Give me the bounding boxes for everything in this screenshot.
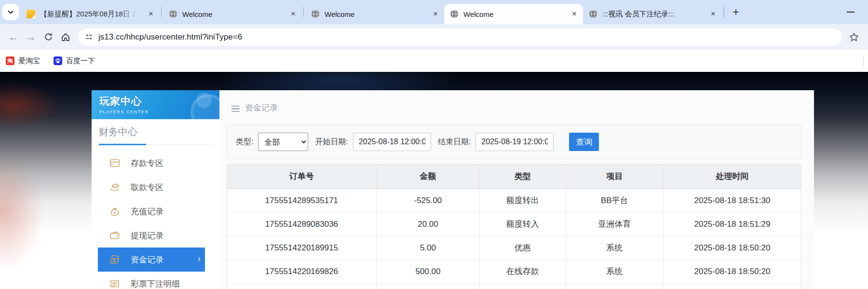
sidebar-item-label: 资金记录: [131, 254, 163, 265]
type-select[interactable]: 全部: [258, 133, 308, 151]
cell-time: 2025-08-18 18:51:30: [663, 189, 801, 212]
tab-welcome-2[interactable]: Welcome ×: [305, 4, 444, 24]
column-header-project: 项目: [566, 165, 663, 189]
close-icon[interactable]: ×: [707, 8, 719, 20]
table-row-partial: [227, 283, 801, 289]
chevron-right-icon: ›: [198, 254, 201, 264]
end-date-label: 结束日期:: [438, 137, 471, 147]
main-panel: 资金记录 类型: 全部 开始日期: 结束日期: 查询: [219, 90, 814, 289]
site-settings-icon: [85, 33, 93, 41]
tab-search-button[interactable]: [2, 4, 19, 20]
cell-amount: 5.00: [376, 236, 479, 260]
close-icon[interactable]: ×: [145, 8, 157, 20]
main-header: 资金记录: [219, 90, 814, 117]
sidebar-item-recharge-records[interactable]: ¥ 充值记录: [98, 199, 205, 223]
tab-title: :::视讯 会员下注纪录:::: [602, 10, 703, 19]
table-row: 1755514220169826 500.00 在线存款 系统 2025-08-…: [227, 260, 801, 283]
bookmark-label: 爱淘宝: [18, 56, 40, 66]
tab-video-bet-records[interactable]: :::视讯 会员下注纪录::: ×: [583, 4, 722, 24]
close-icon[interactable]: ×: [287, 8, 299, 20]
bookmark-label: 百度一下: [66, 56, 95, 66]
tab-divider: [723, 7, 724, 17]
sidebar-item-withdraw-zone[interactable]: 取款专区: [98, 175, 205, 199]
sidebar-item-withdrawal-records[interactable]: 提现记录: [98, 223, 205, 248]
column-header-type: 类型: [480, 165, 566, 189]
table-row: 1755514289535171 -525.00 额度转出 BB平台 2025-…: [227, 189, 801, 212]
address-toolbar: ← → js13.cc/hhcp/usercenter.html?iniType…: [0, 24, 868, 50]
moneybag-icon: ¥: [109, 206, 120, 217]
withdraw-hand-icon: [109, 182, 120, 193]
globe-favicon-icon: [311, 10, 320, 18]
funds-icon: [109, 254, 120, 265]
table-header-row: 订单号 金额 类型 项目 处理时间: [227, 165, 801, 189]
tab-bar: 【新提醒】2025年08月18日 23 × Welcome × Welcome …: [0, 0, 868, 24]
bookmark-star-button[interactable]: [846, 29, 862, 45]
cell-time: 2025-08-18 18:50:20: [663, 260, 801, 283]
tab-divider: [161, 7, 162, 17]
sidebar-section-finance: 财务中心: [99, 119, 212, 145]
finance-center-label: 财务中心: [99, 125, 212, 138]
browser-window: 【新提醒】2025年08月18日 23 × Welcome × Welcome …: [0, 0, 868, 289]
cell-type: 在线存款: [480, 260, 566, 283]
url-text: js13.cc/hhcp/usercenter.html?iniType=6: [98, 32, 242, 42]
reload-button[interactable]: [40, 28, 57, 46]
tab-title: 【新提醒】2025年08月18日 23: [40, 10, 140, 19]
globe-favicon-icon: [169, 10, 177, 18]
back-button[interactable]: ←: [5, 28, 22, 46]
close-icon[interactable]: ×: [430, 8, 441, 20]
bookmarks-divider: [863, 55, 864, 67]
tab-title: Welcome: [325, 10, 425, 18]
minimize-button[interactable]: [839, 0, 862, 24]
cell-type: [480, 283, 566, 289]
minimize-icon: [847, 12, 854, 13]
close-icon[interactable]: ×: [569, 8, 580, 20]
sidebar-item-deposit-zone[interactable]: 存款专区: [98, 151, 205, 175]
sidebar-item-label: 充值记录: [131, 206, 163, 217]
cell-order-no: 1755514220169826: [227, 260, 376, 283]
sidebar-item-funds-records[interactable]: 资金记录 ›: [98, 248, 205, 272]
cell-order-no: 1755514220189915: [227, 236, 376, 260]
cell-project: [566, 283, 663, 289]
sidebar-menu: 存款专区 取款专区 ¥ 充值记录 提现记录: [98, 151, 205, 289]
menu-list-icon: [231, 106, 240, 114]
column-header-amount: 金额: [376, 165, 479, 189]
tab-title: Welcome: [182, 10, 283, 18]
cell-amount: -525.00: [376, 189, 479, 212]
sidebar-item-lottery-bet-details[interactable]: 彩票下注明细: [98, 272, 205, 289]
cell-amount: [376, 283, 479, 289]
cell-order-no: 1755514289535171: [227, 189, 376, 212]
address-bar[interactable]: js13.cc/hhcp/usercenter.html?iniType=6: [78, 28, 842, 46]
sidebar-item-label: 彩票下注明细: [131, 278, 180, 289]
column-header-order-no: 订单号: [227, 165, 376, 189]
mail-favicon-icon: [27, 10, 35, 18]
cell-order-no: 1755514289083036: [227, 212, 376, 236]
bookmark-baidu[interactable]: 百度一下: [54, 56, 95, 66]
cell-project: 系统: [566, 260, 663, 283]
forward-button[interactable]: →: [22, 28, 40, 46]
new-tab-button[interactable]: +: [729, 5, 743, 19]
star-icon: [849, 32, 859, 42]
svg-text:¥: ¥: [114, 211, 116, 215]
cell-type: 额度转入: [480, 212, 566, 236]
players-center-title: 玩家中心: [99, 95, 219, 108]
bookmark-aitaobao[interactable]: 淘 爱淘宝: [6, 56, 40, 66]
end-date-input[interactable]: [475, 133, 554, 151]
cell-time: 2025-08-18 18:51:29: [663, 212, 801, 236]
home-button[interactable]: [57, 28, 74, 46]
cell-amount: 500.00: [376, 260, 479, 283]
cell-type: 额度转出: [480, 189, 566, 212]
cell-time: 2025-08-18 18:50:20: [663, 236, 801, 260]
cell-project: 系统: [566, 236, 663, 260]
tab-new-alert[interactable]: 【新提醒】2025年08月18日 23 ×: [21, 4, 160, 24]
wallet-icon: [109, 230, 120, 241]
filter-bar: 类型: 全部 开始日期: 结束日期: 查询: [227, 124, 801, 159]
sidebar: 玩家中心 PLAYERS CENTER 财务中心 存款专区 取款专区: [92, 90, 219, 289]
tab-welcome-1[interactable]: Welcome ×: [163, 4, 302, 24]
start-date-input[interactable]: [353, 133, 431, 151]
start-date-label: 开始日期:: [315, 137, 348, 147]
tab-welcome-active[interactable]: Welcome ×: [444, 4, 583, 24]
home-icon: [61, 32, 70, 42]
search-button[interactable]: 查询: [569, 133, 599, 151]
sidebar-header: 玩家中心 PLAYERS CENTER: [92, 90, 219, 119]
tab-title: Welcome: [463, 10, 564, 18]
